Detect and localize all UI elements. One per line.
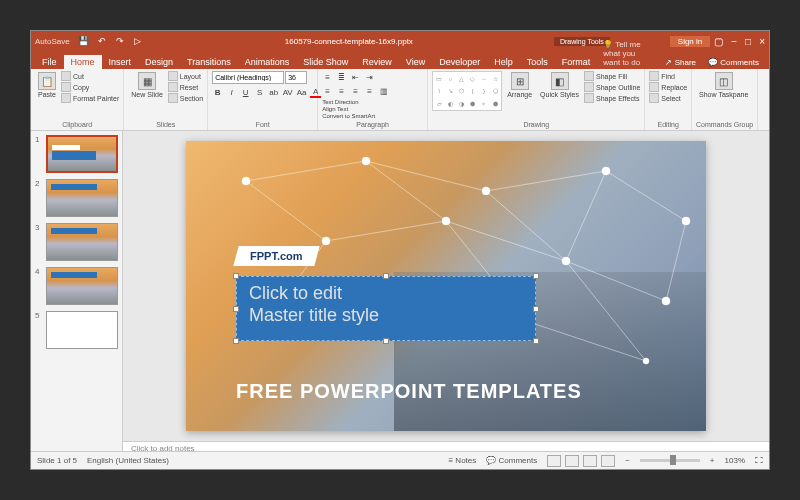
justify-button[interactable]: ≡ [364,86,375,97]
zoom-in-button[interactable]: + [710,456,715,465]
share-button[interactable]: ↗ Share [659,56,702,69]
align-text-button[interactable]: Align Text [322,106,375,112]
fit-to-window-button[interactable]: ⛶ [755,456,763,465]
tell-me-search[interactable]: 💡 Tell me what you want to do [597,38,659,69]
case-button[interactable]: Aa [296,87,307,98]
close-icon[interactable]: × [759,36,765,47]
cut-button[interactable]: Cut [61,71,119,81]
tab-slideshow[interactable]: Slide Show [296,55,355,69]
align-center-button[interactable]: ≡ [336,86,347,97]
reading-view-button[interactable] [583,455,597,467]
resize-handle[interactable] [533,273,539,279]
redo-icon[interactable]: ↷ [114,35,126,47]
thumbnail-4[interactable]: 4 [35,267,118,305]
section-button[interactable]: Section [168,93,203,103]
svg-line-0 [246,161,366,181]
resize-handle[interactable] [533,338,539,344]
show-taskpane-button[interactable]: ◫Show Taskpane [696,71,751,99]
tab-transitions[interactable]: Transitions [180,55,238,69]
zoom-slider[interactable] [640,459,700,462]
bullets-button[interactable]: ≡ [322,72,333,83]
shape-outline-button[interactable]: Shape Outline [584,82,640,92]
select-button[interactable]: Select [649,93,687,103]
shadow-button[interactable]: ab [268,87,279,98]
tab-view[interactable]: View [399,55,432,69]
thumbnail-1[interactable]: 1 [35,135,118,173]
font-size-select[interactable] [285,71,307,84]
canvas-wrap[interactable]: FPPT.com Click to edit Master title styl… [123,131,769,441]
underline-button[interactable]: U [240,87,251,98]
layout-icon [168,71,178,81]
tab-animations[interactable]: Animations [238,55,297,69]
save-icon[interactable]: 💾 [78,35,90,47]
tab-help[interactable]: Help [487,55,520,69]
svg-point-23 [562,257,570,265]
tab-design[interactable]: Design [138,55,180,69]
shape-fill-button[interactable]: Shape Fill [584,71,640,81]
bold-button[interactable]: B [212,87,223,98]
tab-format[interactable]: Format [555,55,598,69]
columns-button[interactable]: ▥ [378,86,389,97]
comments-button[interactable]: 💬 Comments [702,56,765,69]
decrease-indent-button[interactable]: ⇤ [350,72,361,83]
zoom-level[interactable]: 103% [725,456,745,465]
resize-handle[interactable] [383,338,389,344]
tab-developer[interactable]: Developer [432,55,487,69]
tab-insert[interactable]: Insert [102,55,139,69]
thumbnail-3[interactable]: 3 [35,223,118,261]
title-line2: Master title style [249,305,379,325]
shape-effects-button[interactable]: Shape Effects [584,93,640,103]
undo-icon[interactable]: ↶ [96,35,108,47]
title-line1: Click to edit [249,283,342,303]
smartart-button[interactable]: Convert to SmartArt [322,113,375,119]
comments-toggle[interactable]: 💬 Comments [486,456,537,465]
increase-indent-button[interactable]: ⇥ [364,72,375,83]
notes-pane[interactable]: Click to add notes [123,441,769,451]
maximize-icon[interactable]: □ [745,36,751,47]
normal-view-button[interactable] [547,455,561,467]
shapes-gallery[interactable]: ▭○△◇→☆ \↘⬡{}⬠ ▱◐◑⬢✧⬣ [432,71,502,111]
slideshow-view-button[interactable] [601,455,615,467]
start-from-beginning-icon[interactable]: ▷ [132,35,144,47]
title-placeholder[interactable]: Click to edit Master title style [236,276,536,341]
quick-styles-button[interactable]: ◧Quick Styles [537,71,582,99]
reset-button[interactable]: Reset [168,82,203,92]
spacing-button[interactable]: AV [282,87,293,98]
resize-handle[interactable] [233,338,239,344]
font-family-select[interactable] [212,71,284,84]
thumbnail-2[interactable]: 2 [35,179,118,217]
minimize-icon[interactable]: − [731,36,737,47]
align-right-button[interactable]: ≡ [350,86,361,97]
italic-button[interactable]: I [226,87,237,98]
find-button[interactable]: Find [649,71,687,81]
signin-button[interactable]: Sign in [670,36,710,47]
notes-toggle[interactable]: ≡ Notes [448,456,476,465]
thumbnail-5[interactable]: 5 [35,311,118,349]
resize-handle[interactable] [533,306,539,312]
tab-home[interactable]: Home [64,55,102,69]
slide-canvas[interactable]: FPPT.com Click to edit Master title styl… [186,141,706,431]
format-painter-button[interactable]: Format Painter [61,93,119,103]
replace-button[interactable]: Replace [649,82,687,92]
tab-file[interactable]: File [35,55,64,69]
numbering-button[interactable]: ≣ [336,72,347,83]
language-indicator[interactable]: English (United States) [87,456,169,465]
new-slide-button[interactable]: ▦New Slide [128,71,166,99]
layout-button[interactable]: Layout [168,71,203,81]
resize-handle[interactable] [233,273,239,279]
resize-handle[interactable] [233,306,239,312]
ribbon-options-icon[interactable]: ▢ [714,36,723,47]
svg-line-2 [486,171,606,191]
zoom-out-button[interactable]: − [625,456,630,465]
copy-button[interactable]: Copy [61,82,119,92]
strike-button[interactable]: S [254,87,265,98]
paste-button[interactable]: 📋Paste [35,71,59,99]
arrange-button[interactable]: ⊞Arrange [504,71,535,99]
sorter-view-button[interactable] [565,455,579,467]
text-direction-button[interactable]: Text Direction [322,99,375,105]
resize-handle[interactable] [383,273,389,279]
tab-tools[interactable]: Tools [520,55,555,69]
tab-review[interactable]: Review [355,55,399,69]
autosave-toggle[interactable]: AutoSave [35,37,70,46]
align-left-button[interactable]: ≡ [322,86,333,97]
